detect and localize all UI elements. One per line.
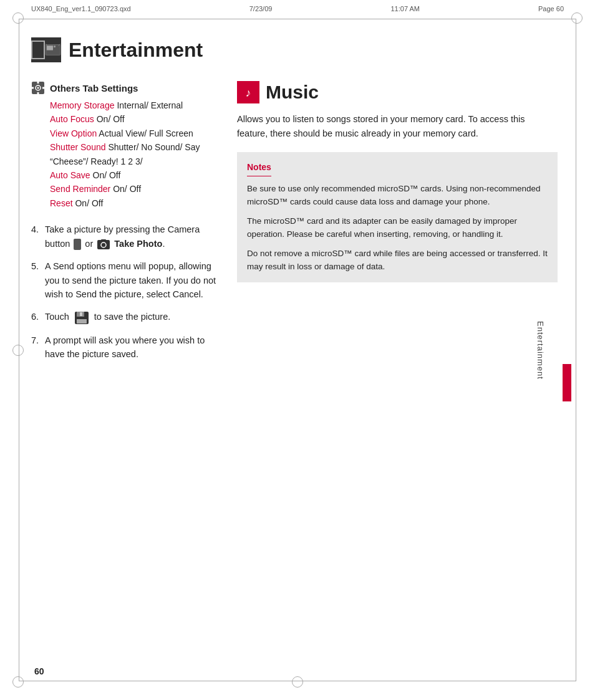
header-bar: UX840_Eng_ver1.1_090723.qxd 7/23/09 11:0… [31, 5, 564, 12]
step-4: 4. Take a picture by pressing the Camera… [31, 223, 218, 251]
setting-viewoption-label: View Option [50, 128, 97, 138]
gear-icon [31, 81, 45, 95]
settings-block: Others Tab Settings Memory Storage Inter… [31, 81, 218, 210]
setting-reset-value: On/ Off [75, 198, 103, 208]
setting-autofocus-value: On/ Off [97, 114, 125, 124]
header-page: Page 60 [538, 5, 564, 12]
step-7-text: A prompt will ask you where you wish to … [45, 333, 218, 362]
reg-mark-center-left [12, 345, 24, 356]
sidebar-accent [563, 364, 571, 401]
svg-rect-17 [80, 312, 82, 316]
header-date: 7/23/09 [249, 5, 273, 12]
setting-autosave-label: Auto Save [50, 170, 90, 180]
camera-square-icon [97, 239, 110, 250]
step-5-text: A Send options menu will popup, allowing… [45, 259, 218, 301]
setting-memory-label: Memory Storage [50, 100, 114, 110]
setting-memory-value: Internal/ External [117, 100, 183, 110]
music-description: Allows you to listen to songs stored in … [237, 112, 558, 141]
svg-rect-14 [101, 239, 106, 242]
notes-para-2: The microSD™ card and its adapter can be… [247, 215, 548, 241]
settings-content: Memory Storage Internal/ External Auto F… [31, 98, 218, 210]
left-column: Others Tab Settings Memory Storage Inter… [31, 81, 218, 370]
two-col-layout: Others Tab Settings Memory Storage Inter… [31, 81, 558, 370]
setting-sendreminder-label: Send Reminder [50, 184, 110, 194]
notes-para-3: Do not remove a microSD™ card while file… [247, 247, 548, 274]
reg-mark-center-bottom [292, 676, 303, 688]
svg-rect-10 [32, 87, 34, 89]
page-border-right [576, 19, 576, 681]
step-4-bold: Take Photo [114, 239, 162, 249]
entertainment-icon [31, 37, 61, 62]
setting-autofocus-label: Auto Focus [50, 114, 94, 124]
entertainment-header: Entertainment [31, 37, 558, 62]
setting-shutter-label: Shutter Sound [50, 142, 106, 152]
step-6-text: Touch to save the picture. [45, 310, 218, 324]
reg-mark-top-right [571, 12, 583, 24]
music-header: ♪ Music [237, 81, 558, 103]
reg-mark-bottom-left [12, 676, 24, 688]
svg-rect-1 [47, 46, 53, 50]
header-filename: UX840_Eng_ver1.1_090723.qxd [31, 5, 131, 12]
page-number: 60 [34, 666, 44, 676]
steps-list: 4. Take a picture by pressing the Camera… [31, 223, 218, 361]
notes-title: Notes [247, 161, 271, 176]
step-4-text: Take a picture by pressing the Camera bu… [45, 223, 218, 251]
svg-rect-8 [37, 82, 39, 84]
header-time: 11:07 AM [390, 5, 419, 12]
reg-mark-top-left [12, 12, 24, 24]
step-7-number: 7. [31, 333, 42, 362]
setting-autosave-value: On/ Off [93, 170, 121, 180]
page-title: Entertainment [69, 39, 203, 62]
step-4-number: 4. [31, 223, 42, 251]
camera-button-icon [74, 239, 81, 250]
step-5-number: 5. [31, 259, 42, 301]
step-7: 7. A prompt will ask you where you wish … [31, 333, 218, 362]
setting-reset-label: Reset [50, 198, 73, 208]
setting-sendreminder-value: On/ Off [113, 184, 141, 194]
notes-box: Notes Be sure to use only recommended mi… [237, 152, 558, 282]
step-6: 6. Touch to save the picture. [31, 310, 218, 324]
svg-rect-9 [37, 92, 39, 94]
svg-rect-18 [77, 319, 87, 324]
settings-title: Others Tab Settings [50, 83, 138, 93]
save-floppy-icon [74, 311, 89, 325]
notes-para-1: Be sure to use only recommended microSD™… [247, 183, 548, 209]
svg-text:♪: ♪ [246, 87, 251, 99]
music-title: Music [266, 82, 319, 103]
settings-header: Others Tab Settings [31, 81, 218, 95]
content-area: Entertainment Others Tab Setting [31, 37, 558, 663]
page-border-top [19, 19, 576, 19]
setting-viewoption-value: Actual View/ Full Screen [99, 128, 193, 138]
step-6-number: 6. [31, 310, 42, 324]
right-column: ♪ Music Allows you to listen to songs st… [237, 81, 558, 370]
svg-rect-2 [54, 46, 56, 47]
svg-point-7 [37, 87, 39, 89]
music-icon: ♪ [237, 81, 259, 103]
svg-rect-11 [42, 87, 44, 89]
step-5: 5. A Send options menu will popup, allow… [31, 259, 218, 301]
